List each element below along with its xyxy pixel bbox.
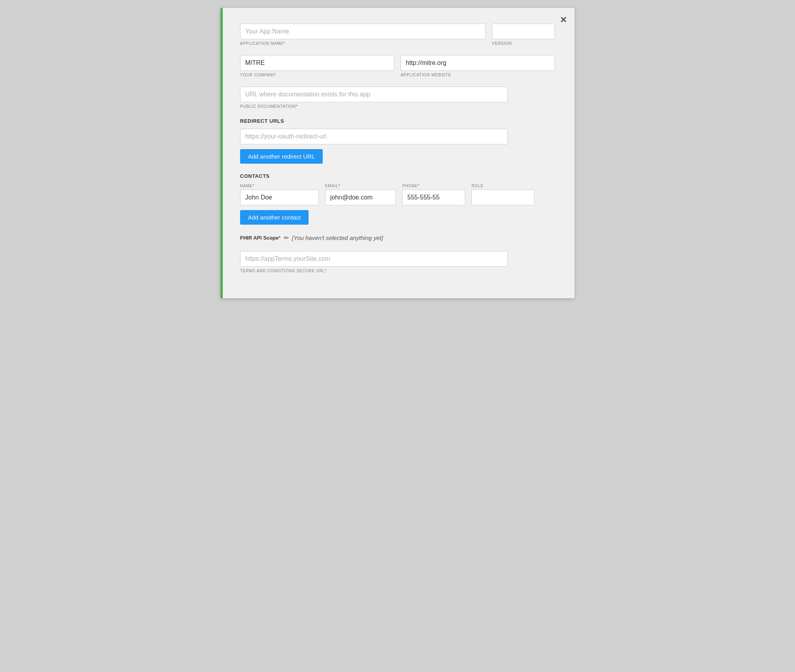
company-field-group: YOUR COMPANY [240,55,394,77]
contacts-column-labels: NAME* EMAIL* PHONE* ROLE [240,184,555,188]
email-col-label: EMAIL* [325,184,396,188]
version-input[interactable] [492,24,555,39]
app-name-field-group: APPLICATION NAME* [240,24,486,46]
app-name-input[interactable] [240,24,486,39]
contact-phone-input[interactable] [402,190,465,205]
close-button[interactable]: × [560,14,567,25]
contact-phone-field [402,190,465,205]
fhir-placeholder-text: [You haven't selected anything yet] [292,234,383,241]
fhir-label: FHIR API Scope* [240,235,281,241]
contacts-title: CONTACTS [240,173,555,179]
contact-role-field [471,190,534,205]
fhir-edit-icon[interactable]: ✏ [284,234,289,242]
company-input[interactable] [240,55,394,71]
redirect-urls-title: REDIRECT URLS [240,118,555,124]
version-field-group: VERSION [492,24,555,46]
modal: × APPLICATION NAME* VERSION YOU [220,8,575,298]
redirect-urls-section: REDIRECT URLS Add another redirect URL [240,118,555,164]
contact-name-input[interactable] [240,190,319,205]
app-name-label: APPLICATION NAME* [240,41,486,46]
add-contact-button[interactable]: Add another contact [240,210,309,225]
contact-role-input[interactable] [471,190,534,205]
role-col-label: ROLE [471,184,534,188]
public-doc-label: PUBLIC DOCUMENTATION* [240,104,555,109]
app-name-section: APPLICATION NAME* VERSION [240,24,555,46]
public-doc-input[interactable] [240,87,508,102]
terms-input[interactable] [240,251,508,267]
name-col-label: NAME* [240,184,319,188]
redirect-url-input[interactable] [240,129,508,144]
terms-label: TERMS AND CONDITIONS SECURE URL* [240,269,555,273]
website-label: APPLICATION WEBSITE [401,73,555,77]
fhir-line: FHIR API Scope* ✏ [You haven't selected … [240,234,555,242]
add-redirect-url-button[interactable]: Add another redirect URL [240,149,323,164]
terms-section: TERMS AND CONDITIONS SECURE URL* [240,251,555,273]
contacts-section: CONTACTS NAME* EMAIL* PHONE* ROLE [240,173,555,225]
website-input[interactable] [401,55,555,71]
contact-row [240,190,555,205]
website-field-group: APPLICATION WEBSITE [401,55,555,77]
contact-name-field [240,190,319,205]
version-label: VERSION [492,41,555,46]
phone-col-label: PHONE* [402,184,465,188]
company-section: YOUR COMPANY APPLICATION WEBSITE [240,55,555,77]
public-doc-section: PUBLIC DOCUMENTATION* [240,87,555,109]
company-label: YOUR COMPANY [240,73,394,77]
contact-email-input[interactable] [325,190,396,205]
contact-email-field [325,190,396,205]
fhir-section: FHIR API Scope* ✏ [You haven't selected … [240,234,555,242]
